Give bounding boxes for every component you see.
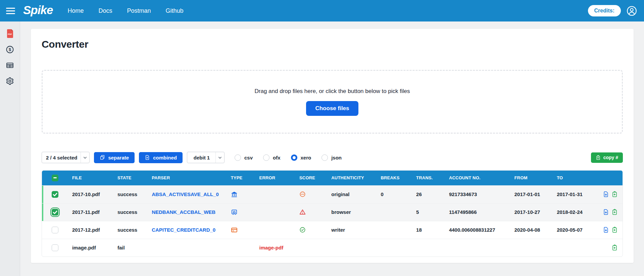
from-date [510, 239, 553, 257]
nav-item-github[interactable]: Github [165, 7, 183, 14]
error-text [255, 203, 295, 221]
breaks-value [377, 203, 412, 221]
to-date [553, 239, 595, 257]
chevron-down-icon [215, 152, 224, 163]
breaks-value [377, 239, 412, 257]
radio-icon[interactable] [235, 154, 241, 161]
col-header-state: STATE [113, 171, 148, 185]
radio-icon[interactable] [263, 154, 269, 161]
row-checkbox[interactable] [52, 209, 58, 216]
nav-item-docs[interactable]: Docs [98, 7, 112, 14]
state-value: success [113, 221, 148, 239]
error-text: image-pdf [255, 239, 295, 257]
trans-value: 18 [412, 221, 445, 239]
authenticity-value: writer [327, 221, 377, 239]
nav-item-home[interactable]: Home [67, 7, 84, 14]
sidebar-item-billing[interactable]: $ [5, 45, 15, 54]
debit-dropdown-value: debit 1 [187, 155, 215, 160]
authenticity-value: original [327, 185, 377, 203]
breaks-value: 0 [377, 185, 412, 203]
trans-value: 26 [412, 185, 445, 203]
table-row: image.pdf fail image-pdf [42, 239, 623, 257]
parser-link[interactable]: CAPITEC_CREDITCARD_0 [152, 227, 215, 233]
file-dropzone[interactable]: Drag and drop files here, or click the b… [42, 70, 623, 134]
state-value: fail [113, 239, 148, 257]
copy-pages-icon [100, 155, 105, 160]
toolbar: 2 / 4 selected separate [42, 152, 623, 163]
radio-json[interactable]: json [321, 154, 342, 161]
check-circle-icon [299, 227, 306, 233]
selection-dropdown-value: 2 / 4 selected [42, 155, 81, 160]
nav-item-postman[interactable]: Postman [127, 7, 151, 14]
select-all-checkbox[interactable] [52, 175, 58, 181]
file-download-icon[interactable] [603, 191, 609, 197]
table-row: 2017-12.pdf success CAPITEC_CREDITCARD_0… [42, 221, 623, 239]
col-header-account-no: ACCOUNT NO. [445, 171, 510, 185]
sidebar-item-cards[interactable] [5, 60, 15, 70]
trans-value: 5 [412, 203, 445, 221]
col-header-authenticity: AUTHENTICITY [327, 171, 377, 185]
col-header-score: SCORE [295, 171, 327, 185]
radio-icon[interactable] [291, 154, 297, 161]
account-no-value: 9217334673 [445, 185, 510, 203]
parser-link[interactable]: ABSA_ACTIVESAVE_ALL_0 [152, 191, 219, 197]
table-row: 2017-11.pdf success NEDBANK_ACCBAL_WEB b… [42, 203, 623, 221]
debit-dropdown[interactable]: debit 1 [187, 152, 225, 163]
safe-icon [231, 209, 238, 216]
dropzone-hint: Drag and drop files here, or click the b… [254, 88, 410, 95]
avatar-icon[interactable] [626, 5, 637, 16]
radio-ofx[interactable]: ofx [263, 154, 281, 161]
file-download-icon[interactable] [603, 209, 609, 215]
copy-numbers-button-label: copy # [603, 155, 618, 160]
parser-link[interactable]: NEDBANK_ACCBAL_WEB [152, 209, 215, 215]
state-value: success [113, 203, 148, 221]
clipboard-copy-icon[interactable] [611, 227, 618, 233]
main-content: Converter Drag and drop files here, or c… [20, 21, 644, 276]
table-row: 2017-10.pdf success ABSA_ACTIVESAVE_ALL_… [42, 185, 623, 203]
to-date: 2020-05-07 [553, 221, 595, 239]
radio-csv[interactable]: csv [235, 154, 253, 161]
bank-icon [231, 191, 238, 198]
col-header-actions [595, 171, 623, 185]
radio-csv-label: csv [244, 155, 253, 160]
from-date: 2020-04-08 [510, 221, 553, 239]
to-date: 2017-01-31 [553, 185, 595, 203]
choose-files-button[interactable]: Choose files [306, 101, 358, 116]
combined-button[interactable]: combined [139, 152, 183, 163]
output-format-radios: csv ofx xero json [235, 154, 342, 161]
combined-button-label: combined [153, 155, 177, 160]
to-date: 2018-02-24 [553, 203, 595, 221]
pdf-file-icon: PDF [6, 29, 14, 38]
svg-text:$: $ [9, 47, 11, 52]
row-checkbox[interactable] [52, 191, 58, 198]
account-no-value: 4400.006008831227 [445, 221, 510, 239]
sidebar-item-settings[interactable] [5, 76, 15, 86]
authenticity-value [327, 239, 377, 257]
sidebar-item-pdf[interactable]: PDF [5, 29, 15, 38]
app-logo[interactable]: Spike [23, 3, 53, 17]
row-checkbox[interactable] [52, 244, 58, 251]
row-checkbox[interactable] [52, 227, 58, 233]
gear-icon [6, 77, 14, 85]
breaks-value [377, 221, 412, 239]
trans-value [412, 239, 445, 257]
svg-text:PDF: PDF [8, 33, 12, 35]
hamburger-menu-icon[interactable] [6, 8, 15, 14]
from-date: 2017-01-01 [510, 185, 553, 203]
from-date: 2017-10-27 [510, 203, 553, 221]
file-name: 2017-11.pdf [68, 203, 113, 221]
col-header-to: TO [553, 171, 595, 185]
clipboard-copy-icon[interactable] [611, 191, 618, 197]
col-header-breaks: BREAKS [377, 171, 412, 185]
selection-dropdown[interactable]: 2 / 4 selected [42, 152, 90, 163]
copy-numbers-button[interactable]: copy # [591, 152, 623, 163]
radio-xero[interactable]: xero [291, 154, 311, 161]
credits-badge[interactable]: Credits: [588, 5, 621, 16]
separate-button[interactable]: separate [94, 152, 135, 163]
clipboard-copy-icon[interactable] [611, 244, 618, 251]
radio-icon[interactable] [321, 154, 328, 161]
clipboard-copy-icon[interactable] [611, 209, 618, 215]
sidebar: PDF $ [0, 21, 20, 276]
file-download-icon[interactable] [603, 227, 609, 233]
authenticity-value: browser [327, 203, 377, 221]
